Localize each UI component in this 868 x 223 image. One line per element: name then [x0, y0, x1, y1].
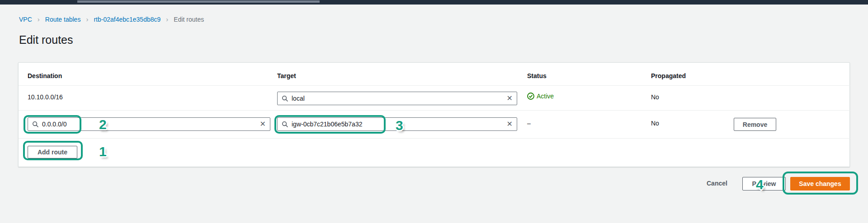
propagated-value: No	[651, 93, 659, 101]
destination-value: 10.10.0.0/16	[28, 93, 63, 101]
destination-search-box: ✕	[28, 117, 270, 131]
search-icon	[282, 95, 288, 102]
breadcrumb-current: Edit routes	[174, 16, 204, 23]
breadcrumb-link-route-tables[interactable]: Route tables	[45, 16, 81, 23]
chevron-right-icon: ›	[38, 15, 40, 23]
target-input[interactable]	[292, 121, 507, 128]
row-divider	[19, 138, 850, 139]
add-route-button[interactable]: Add route	[28, 146, 77, 158]
propagated-value: No	[651, 120, 659, 127]
check-circle-icon	[527, 93, 534, 100]
status-value: –	[527, 120, 531, 127]
column-header-destination: Destination	[28, 72, 62, 79]
search-icon	[282, 121, 288, 128]
breadcrumb-link-route-table-id[interactable]: rtb-02af4ebc1e35db8c9	[94, 16, 160, 23]
chevron-right-icon: ›	[166, 15, 168, 23]
target-search-box: ✕	[277, 117, 517, 131]
column-header-propagated: Propagated	[651, 72, 686, 79]
remove-button[interactable]: Remove	[734, 118, 776, 131]
clear-icon[interactable]: ✕	[507, 121, 513, 128]
breadcrumb-link-vpc[interactable]: VPC	[19, 16, 32, 23]
breadcrumb: VPC › Route tables › rtb-02af4ebc1e35db8…	[19, 15, 204, 23]
status-badge: Active	[527, 93, 554, 100]
top-chrome-bar	[0, 0, 868, 5]
routes-card: Destination Target Status Propagated 10.…	[18, 62, 850, 167]
cancel-button[interactable]: Cancel	[707, 180, 727, 187]
search-icon	[32, 121, 39, 128]
page-title: Edit routes	[19, 33, 73, 46]
top-chrome-strip	[77, 0, 320, 3]
clear-icon[interactable]: ✕	[260, 121, 266, 128]
header-divider	[19, 85, 850, 86]
column-header-status: Status	[527, 72, 547, 79]
preview-button[interactable]: Preview	[742, 177, 786, 190]
chevron-right-icon: ›	[86, 15, 88, 23]
edit-routes-page: VPC › Route tables › rtb-02af4ebc1e35db8…	[0, 0, 868, 223]
target-search-box: ✕	[277, 92, 517, 105]
column-header-target: Target	[277, 72, 296, 79]
clear-icon[interactable]: ✕	[507, 95, 513, 102]
destination-input[interactable]	[42, 121, 260, 128]
row-divider	[19, 110, 850, 111]
save-changes-button[interactable]: Save changes	[790, 177, 850, 190]
status-text: Active	[537, 93, 554, 100]
target-input[interactable]	[292, 95, 507, 102]
